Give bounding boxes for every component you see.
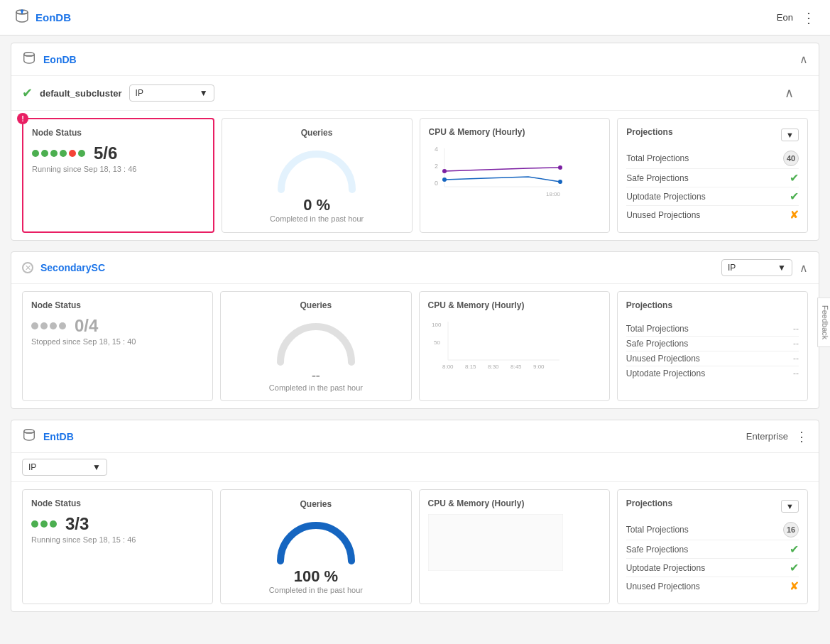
top-bar-right: Eon ⋮ xyxy=(777,9,816,26)
node-dots-entdb xyxy=(31,520,57,528)
node-dot-s2 xyxy=(40,322,48,329)
proj-dropdown-default[interactable]: ▼ xyxy=(781,129,799,141)
db-name-secondary: SecondarySC xyxy=(40,262,105,273)
node-dot-e3 xyxy=(50,520,57,528)
secondary-ip-select[interactable]: IP ▼ xyxy=(721,259,792,276)
proj-row-safe-default: Safe Projections ✔ xyxy=(626,169,799,187)
proj-check-safe-entdb: ✔ xyxy=(790,542,799,556)
db-header-right-eondb: ∧ xyxy=(799,53,808,66)
svg-text:18:00: 18:00 xyxy=(546,191,561,197)
proj-x-unused-entdb: ✘ xyxy=(790,579,799,593)
svg-text:8:00: 8:00 xyxy=(442,364,454,370)
top-bar: EonDB Eon ⋮ xyxy=(0,0,830,36)
svg-point-11 xyxy=(558,180,562,184)
user-label: Eon xyxy=(777,12,793,23)
node-info-entdb: Running since Sep 18, 15 : 46 xyxy=(31,535,204,544)
proj-dash-total-secondary: -- xyxy=(793,324,799,334)
proj-title-entdb: Projections xyxy=(626,498,672,508)
queries-label-secondary: Completed in the past hour xyxy=(269,383,363,392)
queries-card-entdb: Queries 100 % Completed in the past hour xyxy=(220,489,411,604)
cpu-card-entdb: CPU & Memory (Hourly) xyxy=(419,489,610,604)
node-dot-s4 xyxy=(59,322,66,329)
chevron-down-icon-secondary: ▼ xyxy=(777,263,786,273)
projections-card-entdb: Projections ▼ Total Projections 16 Safe … xyxy=(617,489,808,604)
node-dot-6 xyxy=(78,150,85,157)
svg-text:8:30: 8:30 xyxy=(488,364,499,370)
node-dot-s1 xyxy=(31,322,38,329)
node-main-default: 5/6 xyxy=(32,143,204,163)
node-count-secondary: 0/4 xyxy=(75,316,98,336)
proj-row-total-entdb: Total Projections 16 xyxy=(626,520,799,540)
db-header-right-entdb: Enterprise ⋮ xyxy=(746,429,808,444)
subcluster-collapse-default[interactable]: ∧ xyxy=(770,82,808,104)
node-dots-default xyxy=(32,150,85,157)
proj-row-uptodate-entdb: Uptodate Projections ✔ xyxy=(626,559,799,577)
proj-dash-unused-secondary: -- xyxy=(793,354,799,364)
cpu-card-default: CPU & Memory (Hourly) 4 2 0 18:00 xyxy=(420,118,611,233)
node-dot-5 xyxy=(69,150,76,157)
proj-dash-safe-secondary: -- xyxy=(793,339,799,349)
gauge-svg-default xyxy=(274,143,359,193)
queries-label-entdb: Completed in the past hour xyxy=(269,586,363,594)
svg-point-12 xyxy=(442,169,447,173)
node-main-secondary: 0/4 xyxy=(31,316,204,336)
node-dot-3 xyxy=(50,150,58,157)
eondb-logo-icon xyxy=(14,8,30,27)
proj-dash-uptodate-secondary: -- xyxy=(793,369,799,378)
node-count-entdb: 3/3 xyxy=(65,514,89,534)
svg-text:4: 4 xyxy=(435,146,438,153)
projections-card-default: Projections ▼ Total Projections 40 Safe … xyxy=(617,118,808,233)
node-main-entdb: 3/3 xyxy=(31,514,204,534)
proj-check-uptodate-default: ✔ xyxy=(790,190,799,203)
svg-point-13 xyxy=(442,178,447,182)
node-status-card-default: ! Node Status 5/6 Running since Sep 18, … xyxy=(22,118,214,233)
gauge-text-entdb: 100 % Completed in the past hour xyxy=(269,567,363,594)
more-vert-icon-entdb[interactable]: ⋮ xyxy=(795,429,808,444)
subcluster-ip-select-default[interactable]: IP ▼ xyxy=(129,84,214,102)
node-dot-2 xyxy=(41,150,48,157)
cpu-chart-entdb xyxy=(428,514,563,571)
cpu-title-default: CPU & Memory (Hourly) xyxy=(429,127,601,137)
proj-row-safe-entdb: Safe Projections ✔ xyxy=(626,540,799,559)
gauge-text-default: 0 % Completed in the past hour xyxy=(270,196,364,223)
entdb-ip-select[interactable]: IP ▼ xyxy=(22,459,107,476)
collapse-chevron-eondb[interactable]: ∧ xyxy=(799,53,808,66)
queries-card-default: Queries 0 % Completed in the past hour xyxy=(222,118,413,233)
subcluster-row-default: ✔ default_subcluster IP ▼ ∧ xyxy=(11,76,819,111)
subcluster-name-default: default_subcluster xyxy=(40,88,122,99)
queries-card-secondary: Queries -- Completed in the past hour xyxy=(220,291,411,401)
svg-rect-25 xyxy=(428,514,563,571)
svg-text:8:15: 8:15 xyxy=(465,364,476,370)
node-dot-s3 xyxy=(50,322,57,329)
subcluster-row-entdb: IP ▼ xyxy=(11,453,819,482)
queries-title-entdb: Queries xyxy=(300,499,332,509)
node-dot-e1 xyxy=(31,520,38,528)
secondary-status-icon: ✕ xyxy=(22,262,33,273)
proj-dropdown-entdb[interactable]: ▼ xyxy=(781,500,799,513)
node-dots-secondary xyxy=(31,322,66,329)
node-status-title-default: Node Status xyxy=(32,128,204,138)
proj-row-total-default: Total Projections 40 xyxy=(626,148,799,169)
proj-total-badge-default: 40 xyxy=(783,151,799,166)
db-header-entdb: EntDB Enterprise ⋮ xyxy=(11,420,819,453)
db-type-entdb: Enterprise xyxy=(746,431,788,442)
db-section-secondary: ✕ SecondarySC IP ▼ ∧ Node Status xyxy=(11,251,819,409)
projections-card-secondary: Projections Total Projections -- Safe Pr… xyxy=(617,291,808,401)
node-dot-e2 xyxy=(40,520,48,528)
proj-header-entdb: Projections ▼ xyxy=(626,498,799,514)
svg-text:0: 0 xyxy=(435,180,438,187)
cpu-title-entdb: CPU & Memory (Hourly) xyxy=(428,498,601,508)
db-section-entdb: EntDB Enterprise ⋮ IP ▼ Node Status xyxy=(11,420,819,612)
queries-percent-default: 0 % xyxy=(270,196,364,214)
node-info-secondary: Stopped since Sep 18, 15 : 40 xyxy=(31,337,204,346)
more-vert-icon[interactable]: ⋮ xyxy=(802,9,816,26)
feedback-tab[interactable]: Feedback xyxy=(817,297,830,346)
queries-percent-entdb: 100 % xyxy=(269,567,363,586)
node-info-default: Running since Sep 18, 13 : 46 xyxy=(32,165,204,173)
app-title: EonDB xyxy=(36,11,71,23)
db-header-left-entdb: EntDB xyxy=(22,427,74,445)
svg-text:8:45: 8:45 xyxy=(510,364,522,370)
proj-row-total-secondary: Total Projections -- xyxy=(626,322,799,337)
node-count-default: 5/6 xyxy=(94,143,117,163)
collapse-chevron-secondary[interactable]: ∧ xyxy=(799,261,808,275)
